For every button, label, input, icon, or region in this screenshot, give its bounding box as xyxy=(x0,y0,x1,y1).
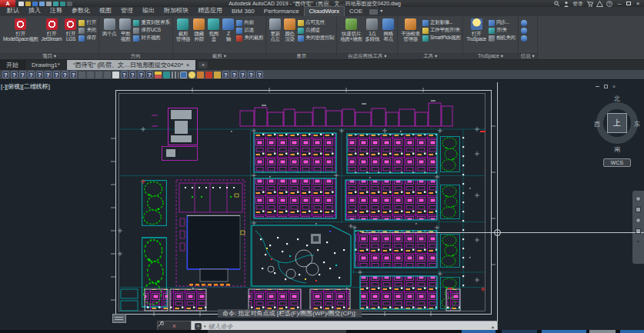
save-button[interactable]: 保存 xyxy=(78,35,95,42)
status-segment[interactable] xyxy=(620,330,644,333)
folder-icon[interactable] xyxy=(214,72,221,78)
monitor-icon[interactable] xyxy=(180,72,187,78)
ribbon-tab-精选应用[interactable]: 精选应用 xyxy=(193,5,227,16)
misc-icon[interactable] xyxy=(104,72,111,78)
navbar-more-icon[interactable]: ▾ xyxy=(637,239,639,244)
restore-button[interactable] xyxy=(626,2,631,5)
ribbon-tab-视图[interactable]: 视图 xyxy=(95,5,116,16)
ribbon-tab-bim-360[interactable]: BIM 360 xyxy=(227,7,259,16)
save-ucs-button[interactable]: 保存UCS xyxy=(133,27,169,34)
recent-commands-icon[interactable]: ▴ xyxy=(492,324,494,329)
status-segment[interactable] xyxy=(502,330,537,333)
unknown-plugin-icon[interactable]: ? xyxy=(239,71,246,78)
status-segment[interactable] xyxy=(542,330,586,333)
unknown-plugin-icon[interactable]: ? xyxy=(248,71,255,78)
viewport-controls[interactable]: [-][俯视][二维线框] xyxy=(1,82,50,91)
viewcube[interactable]: 上 北 南 西 东 WCS xyxy=(592,85,642,169)
user-icon[interactable] xyxy=(563,1,569,7)
z-axis-button[interactable]: Z轴 xyxy=(222,18,235,42)
grid-icon[interactable] xyxy=(172,72,179,78)
unknown-plugin-icon[interactable]: ? xyxy=(129,71,136,78)
unknown-plugin-icon[interactable]: ? xyxy=(28,71,35,78)
unknown-plugin-icon[interactable]: ? xyxy=(45,71,52,78)
record-icon[interactable] xyxy=(369,9,378,15)
open-modelspace-view-button[interactable]: 打开ModelSpace视图 xyxy=(2,18,39,42)
orbit-icon[interactable] xyxy=(636,228,641,234)
color-render-button[interactable]: 颜色渲染 xyxy=(283,18,296,42)
new-drawing-tab-button[interactable]: + xyxy=(199,62,208,68)
close-button[interactable]: × xyxy=(634,1,642,7)
open-button[interactable]: 打开 xyxy=(78,19,95,26)
camera-off-button[interactable]: 相机关闭 xyxy=(489,35,516,42)
pencil-icon[interactable] xyxy=(197,72,204,78)
info-button-2[interactable] xyxy=(521,27,527,34)
unknown-plugin-icon[interactable]: ? xyxy=(53,71,60,78)
layers-icon[interactable] xyxy=(155,72,162,78)
quick-slice-button[interactable]: 快速切片地面+墙面 xyxy=(339,18,362,42)
unknown-plugin-icon[interactable]: ? xyxy=(70,71,77,78)
truspace-sync-button[interactable]: 同步... xyxy=(489,19,516,26)
open-lgs-button[interactable]: 打开LGS xyxy=(64,18,77,42)
panel-title-3[interactable]: 显示 xyxy=(266,52,336,59)
help-icon[interactable]: ? xyxy=(606,1,612,7)
info-button-1[interactable] xyxy=(521,19,527,26)
bounding-box-button[interactable]: 包围盒 xyxy=(207,18,220,42)
panel-title-1[interactable]: 方向 xyxy=(99,52,172,59)
viewcube-top-face[interactable]: 上 xyxy=(607,113,627,133)
minimize-button[interactable]: – xyxy=(616,1,623,7)
unknown-plugin-icon[interactable]: ? xyxy=(11,71,18,78)
update-pointcloud-button[interactable]: 更新点云 xyxy=(269,18,282,42)
white-icon[interactable] xyxy=(112,72,119,78)
open-jetstream-button[interactable]: 打开JetStream xyxy=(41,18,63,42)
grid-points-button[interactable]: 网格布点 xyxy=(382,18,395,42)
cart-icon[interactable] xyxy=(586,1,593,7)
misc-icon[interactable] xyxy=(87,72,94,78)
reset-to-world-button[interactable]: 重置到世界系 xyxy=(133,19,169,26)
interference-check-button[interactable]: 干涉检查管理器 xyxy=(400,18,421,42)
align-view-button[interactable]: 对齐视图 xyxy=(133,35,169,42)
wrench-icon[interactable] xyxy=(157,321,164,328)
clip-off-button[interactable]: 关闭裁剪 xyxy=(236,35,263,42)
ribbon-tab-默认[interactable]: 默认 xyxy=(2,5,24,16)
panel-title-4[interactable]: 自适应画线工具 ▾ xyxy=(337,52,397,59)
file-tab-0[interactable]: 开始 xyxy=(0,60,25,70)
zoom-icon[interactable] xyxy=(636,218,641,223)
misc-icon[interactable] xyxy=(95,72,102,78)
alert-icon[interactable] xyxy=(596,1,603,7)
open-truspace-button[interactable]: 打开TruSpace xyxy=(465,18,487,42)
misc-icon[interactable] xyxy=(78,72,85,78)
info-button-3[interactable] xyxy=(521,35,527,42)
model-space-canvas[interactable]: [-][俯视][二维线框] × 上 北 南 西 东 WCS ▾ 命令: 指定对角… xyxy=(0,80,644,333)
ribbon-tab-附加模块[interactable]: 附加模块 xyxy=(159,5,193,16)
viewcube-east[interactable]: 东 xyxy=(634,120,640,128)
ribbon-tab-cloudworx[interactable]: CloudWorx xyxy=(304,6,345,16)
panel-title-5[interactable]: 工具 ▾ xyxy=(398,52,462,59)
ribbon-tab-管理[interactable]: 管理 xyxy=(116,5,138,16)
unknown-plugin-icon[interactable]: ? xyxy=(256,71,263,78)
clip-forward-button[interactable]: 向前 xyxy=(236,19,263,26)
two-points-button[interactable]: 两个点 xyxy=(102,18,118,36)
wcs-menu-button[interactable]: WCS xyxy=(603,158,631,167)
unknown-plugin-icon[interactable]: ? xyxy=(146,71,153,78)
unknown-plugin-icon[interactable]: ? xyxy=(231,71,238,78)
panel-title-0[interactable]: 项目 ▾ xyxy=(0,52,98,59)
truspace-toggle-button[interactable]: 开/关 xyxy=(489,27,516,34)
hide-outside-button[interactable]: 隐藏外部 xyxy=(192,18,205,42)
red-icon[interactable] xyxy=(205,72,212,78)
tab-close-icon[interactable]: × xyxy=(186,62,189,68)
panel-title-2[interactable]: 裁剪 ▾ xyxy=(173,52,265,59)
unknown-plugin-icon[interactable]: ? xyxy=(138,71,145,78)
unknown-plugin-icon[interactable]: ? xyxy=(19,71,26,78)
unknown-plugin-icon[interactable]: ? xyxy=(36,71,43,78)
ribbon-tab-插入[interactable]: 插入 xyxy=(24,5,45,16)
file-tab-1[interactable]: Drawing1* xyxy=(25,60,67,70)
command-close-icon[interactable]: × xyxy=(172,323,176,330)
unknown-plugin-icon[interactable]: ? xyxy=(222,71,229,78)
ribbon-tab-参数化[interactable]: 参数化 xyxy=(67,5,95,16)
search-icon[interactable] xyxy=(554,1,560,7)
bulb-icon[interactable] xyxy=(189,72,195,78)
clip-manager-button[interactable]: 裁剪管理器 xyxy=(175,18,192,42)
unknown-plugin-icon[interactable]: ? xyxy=(2,71,9,78)
one-point-polyline-button[interactable]: 1点多段线 xyxy=(365,18,381,42)
point-snap-button[interactable]: 点捕捉 xyxy=(298,27,334,34)
